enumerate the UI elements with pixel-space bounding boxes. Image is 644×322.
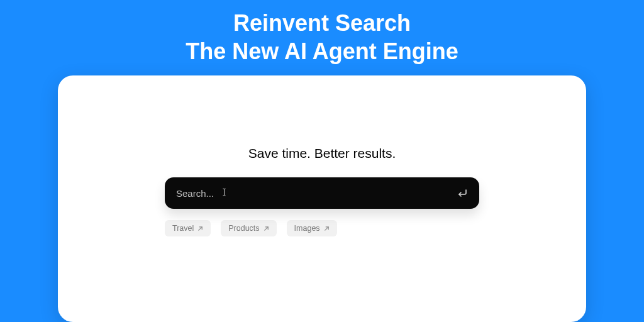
tagline-text: Save time. Better results. [83, 146, 561, 161]
search-container: Travel Products Images [165, 177, 479, 236]
category-chips: Travel Products Images [165, 220, 479, 236]
chip-travel[interactable]: Travel [165, 220, 211, 236]
chip-products[interactable]: Products [221, 220, 276, 236]
chip-label: Images [294, 224, 320, 233]
arrow-up-right-icon [264, 226, 269, 231]
hero-title: Reinvent Search The New AI Agent Engine [0, 0, 644, 65]
main-card: Save time. Better results. [58, 75, 586, 322]
search-bar[interactable] [165, 177, 479, 209]
arrow-up-right-icon [324, 226, 330, 231]
chip-images[interactable]: Images [287, 220, 337, 236]
search-input[interactable] [176, 188, 457, 199]
enter-icon[interactable] [457, 189, 468, 197]
chip-label: Travel [172, 224, 194, 233]
hero-line-2: The New AI Agent Engine [0, 37, 644, 65]
arrow-up-right-icon [197, 226, 203, 231]
chip-label: Products [228, 224, 259, 233]
hero-line-1: Reinvent Search [0, 9, 644, 37]
